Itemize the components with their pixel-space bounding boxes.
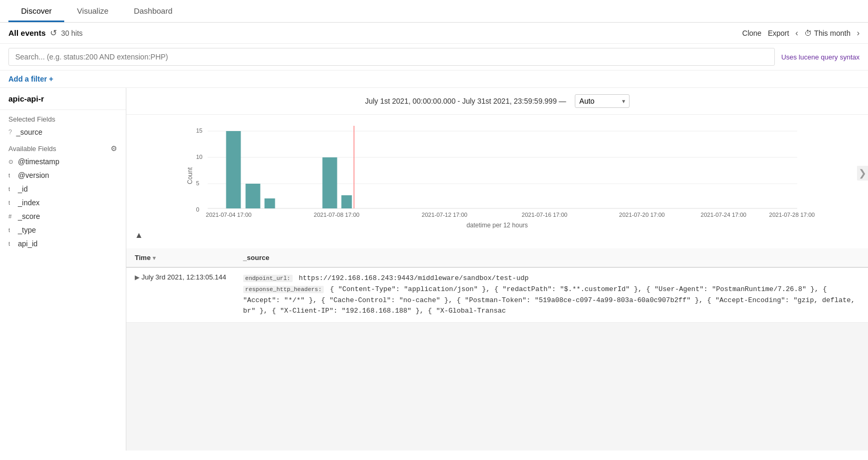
next-time-button[interactable]: ›	[857, 28, 860, 38]
x-label-1: 2021-07-04 17:00	[206, 212, 252, 218]
chart-wrapper: 15 10 5 0 Count	[126, 115, 868, 248]
field-source[interactable]: ? _source	[0, 125, 126, 139]
main-layout: apic-api-r Selected Fields ? _source Ava…	[0, 88, 868, 451]
field-id[interactable]: t _id	[0, 182, 126, 196]
bar-4	[323, 157, 337, 208]
response-headers-key: response_http_headers:	[243, 286, 324, 293]
toolbar-right: Clone Export ‹ ⏱ This month ›	[742, 28, 860, 38]
field-index[interactable]: t _index	[0, 196, 126, 209]
index-name: apic-api-r	[0, 88, 126, 110]
chart-time-range: July 1st 2021, 00:00:00.000 - July 31st …	[365, 97, 566, 105]
chart-header: July 1st 2021, 00:00:00.000 - July 31st …	[126, 88, 868, 115]
field-type-api-id: t	[8, 241, 14, 247]
sidebar: apic-api-r Selected Fields ? _source Ava…	[0, 88, 126, 451]
bar-5	[342, 195, 352, 208]
collapse-chart-button[interactable]: ▲	[135, 231, 143, 240]
time-column-header[interactable]: Time ▾	[126, 248, 235, 267]
y-label-15: 15	[196, 127, 203, 134]
field-timestamp[interactable]: ⊙ @timestamp	[0, 155, 126, 168]
table-row: ▶ July 3rd 2021, 12:13:05.144 endpoint_u…	[126, 267, 868, 323]
chart-collapse-controls: ▲	[135, 228, 860, 240]
field-version[interactable]: t @version	[0, 168, 126, 182]
field-name-type: _type	[18, 226, 36, 234]
toolbar-left: All events ↺ 30 hits	[8, 28, 742, 38]
collapse-left-button[interactable]: ❮	[126, 151, 127, 163]
tab-dashboard[interactable]: Dashboard	[121, 0, 185, 22]
y-label-10: 10	[196, 154, 203, 160]
results-table: Time ▾ _source ▶ July 3rd 2021, 12:13:05…	[126, 248, 868, 323]
top-navigation: Discover Visualize Dashboard	[0, 0, 868, 23]
source-cell: endpoint_url: https://192.168.168.243:94…	[235, 267, 868, 323]
endpoint-url-value: https://192.168.168.243:9443/middleware/…	[298, 274, 528, 282]
chart-area: 15 10 5 0 Count	[135, 123, 860, 228]
all-events-label: All events	[8, 28, 46, 37]
time-range-selector[interactable]: ⏱ This month	[804, 29, 850, 37]
field-name-score: _score	[18, 212, 40, 221]
tab-discover[interactable]: Discover	[8, 0, 64, 22]
field-type-timestamp: ⊙	[8, 158, 14, 165]
clock-icon: ⏱	[804, 29, 812, 37]
interval-select[interactable]: Auto Millisecond Second Minute Hourly Da…	[575, 94, 630, 108]
chart-outer: ❮ July 1st 2021, 00:00:00.000 - July 31s…	[126, 88, 868, 323]
table-header: Time ▾ _source	[126, 248, 868, 267]
prev-time-button[interactable]: ‹	[795, 28, 798, 38]
interval-wrapper: Auto Millisecond Second Minute Hourly Da…	[575, 94, 630, 108]
response-headers-value: { "Content-Type": "application/json" }, …	[243, 285, 855, 315]
field-name-source: _source	[16, 128, 43, 136]
field-name-index: _index	[18, 198, 39, 207]
field-api-id[interactable]: t api_id	[0, 237, 126, 251]
x-label-4: 2021-07-16 17:00	[522, 212, 567, 218]
x-label-3: 2021-07-12 17:00	[422, 212, 467, 218]
field-type-score: #	[8, 213, 14, 219]
content-area: ❮ July 1st 2021, 00:00:00.000 - July 31s…	[126, 88, 868, 451]
tab-visualize[interactable]: Visualize	[64, 0, 121, 22]
collapse-right-button[interactable]: ❯	[857, 167, 868, 179]
field-name-timestamp: @timestamp	[18, 157, 59, 166]
clone-button[interactable]: Clone	[742, 29, 762, 37]
search-input[interactable]	[8, 48, 775, 66]
toolbar: All events ↺ 30 hits Clone Export ‹ ⏱ Th…	[0, 23, 868, 44]
hits-count: 30 hits	[61, 29, 83, 37]
field-type-version: t	[8, 172, 14, 178]
expand-row-button[interactable]: ▶	[135, 274, 139, 281]
x-label-7: 2021-07-28 17:00	[769, 212, 815, 218]
x-label-6: 2021-07-24 17:00	[701, 212, 746, 218]
histogram-chart: 15 10 5 0 Count	[135, 123, 860, 228]
y-label-5: 5	[196, 180, 199, 186]
time-range-label: This month	[814, 29, 850, 37]
source-header-label: _source	[243, 254, 270, 262]
sort-icon: ▾	[153, 255, 156, 261]
export-button[interactable]: Export	[768, 29, 789, 37]
bar-3	[265, 198, 275, 208]
field-name-version: @version	[18, 171, 49, 179]
field-name-id: _id	[18, 185, 28, 193]
search-bar: Uses lucene query syntax	[0, 44, 868, 71]
available-fields-header: Available Fields ⚙	[0, 139, 126, 155]
available-fields-title: Available Fields	[8, 145, 56, 153]
refresh-icon[interactable]: ↺	[50, 28, 57, 38]
x-label-5: 2021-07-20 17:00	[619, 212, 665, 218]
x-label-2: 2021-07-08 17:00	[314, 212, 360, 218]
time-header-label: Time	[135, 254, 151, 262]
y-label-0: 0	[196, 206, 199, 213]
filter-bar: Add a filter +	[0, 71, 868, 88]
field-type[interactable]: t _type	[0, 223, 126, 237]
field-type-source: ?	[8, 128, 12, 136]
field-name-api-id: api_id	[18, 239, 37, 248]
x-axis-title: datetime per 12 hours	[466, 222, 528, 228]
bar-2	[246, 184, 261, 208]
time-cell: ▶ July 3rd 2021, 12:13:05.144	[126, 267, 235, 323]
field-type-index: t	[8, 199, 14, 206]
field-type-type: t	[8, 227, 14, 233]
settings-icon[interactable]: ⚙	[111, 144, 117, 153]
selected-fields-title: Selected Fields	[0, 110, 126, 125]
endpoint-url-key: endpoint_url:	[243, 275, 293, 282]
table-body: ▶ July 3rd 2021, 12:13:05.144 endpoint_u…	[126, 267, 868, 323]
source-column-header: _source	[235, 248, 868, 267]
field-score[interactable]: # _score	[0, 209, 126, 223]
time-value: July 3rd 2021, 12:13:05.144	[142, 273, 226, 281]
y-axis-title: Count	[186, 167, 194, 184]
lucene-link[interactable]: Uses lucene query syntax	[781, 53, 860, 61]
bar-1	[226, 131, 241, 208]
add-filter-button[interactable]: Add a filter +	[8, 75, 53, 83]
